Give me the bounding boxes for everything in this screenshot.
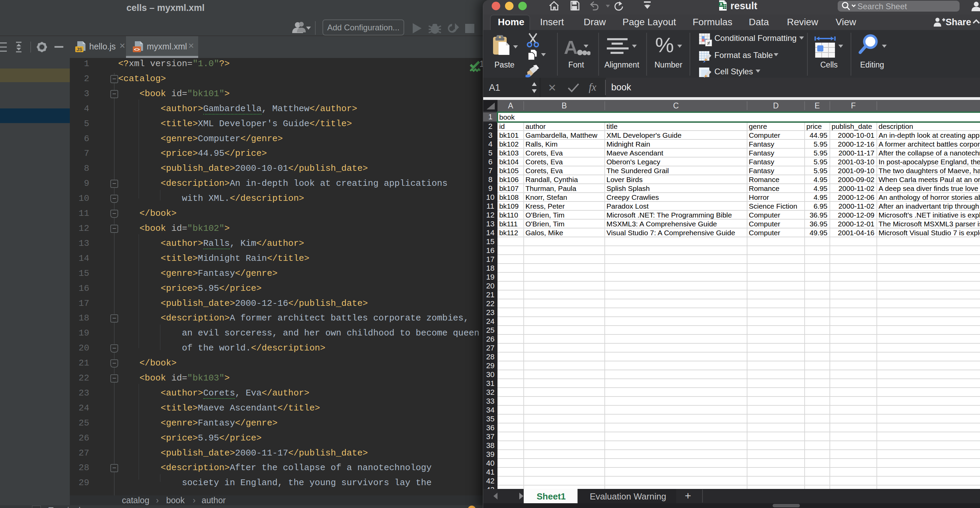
svg-text:A: A bbox=[564, 37, 578, 56]
svg-text:<>: <> bbox=[134, 46, 140, 52]
svg-text:JS: JS bbox=[76, 47, 82, 52]
svg-text:X: X bbox=[719, 2, 722, 7]
